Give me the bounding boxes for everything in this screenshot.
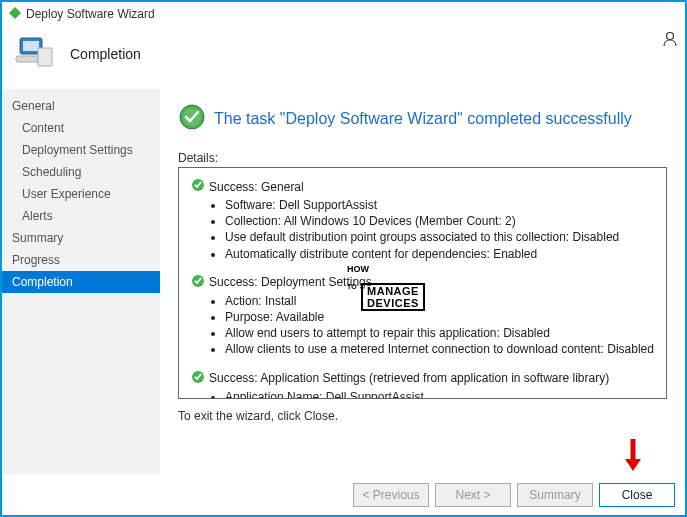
window-title: Deploy Software Wizard [26, 7, 155, 21]
bullet-item: Automatically distribute content for dep… [225, 246, 654, 262]
sidebar-item-scheduling[interactable]: Scheduling [2, 161, 160, 183]
sidebar: GeneralContentDeployment SettingsSchedul… [2, 89, 160, 474]
bullet-item: Use default distribution point groups as… [225, 229, 654, 245]
wizard-body: GeneralContentDeployment SettingsSchedul… [2, 89, 685, 474]
details-section: Success: GeneralSoftware: Dell SupportAs… [191, 178, 654, 262]
sidebar-item-deployment-settings[interactable]: Deployment Settings [2, 139, 160, 161]
section-bullets: Software: Dell SupportAssistCollection: … [191, 197, 654, 262]
check-icon [191, 178, 205, 195]
sidebar-item-general[interactable]: General [2, 95, 160, 117]
sidebar-item-progress[interactable]: Progress [2, 249, 160, 271]
check-icon [191, 370, 205, 387]
success-title: The task "Deploy Software Wizard" comple… [214, 110, 632, 128]
details-section: Success: Application Settings (retrieved… [191, 370, 654, 400]
sidebar-item-completion[interactable]: Completion [2, 271, 160, 293]
sidebar-item-user-experience[interactable]: User Experience [2, 183, 160, 205]
section-title: Success: Application Settings (retrieved… [209, 371, 609, 385]
sidebar-item-alerts[interactable]: Alerts [2, 205, 160, 227]
section-title: Success: General [209, 180, 304, 194]
svg-rect-4 [38, 48, 52, 66]
app-icon [8, 6, 22, 23]
header-title: Completion [70, 46, 141, 62]
check-icon [191, 274, 205, 291]
annotation-arrow [623, 437, 643, 475]
wizard-window: Deploy Software Wizard Completion Genera… [0, 0, 687, 517]
close-button[interactable]: Close [599, 483, 675, 507]
svg-marker-12 [625, 459, 641, 471]
bullet-item: Action: Install [225, 293, 654, 309]
exit-instruction: To exit the wizard, click Close. [178, 409, 667, 423]
next-button: Next > [435, 483, 511, 507]
details-label: Details: [178, 151, 667, 165]
button-bar: < Previous Next > Summary Close [353, 483, 675, 507]
section-header: Success: General [191, 178, 654, 195]
computer-icon [14, 34, 54, 74]
svg-marker-0 [9, 7, 21, 19]
bullet-item: Purpose: Available [225, 309, 654, 325]
bullet-item: Collection: All Windows 10 Devices (Memb… [225, 213, 654, 229]
bullet-item: Software: Dell SupportAssist [225, 197, 654, 213]
sidebar-item-content[interactable]: Content [2, 117, 160, 139]
header: Completion [2, 26, 685, 89]
sidebar-item-summary[interactable]: Summary [2, 227, 160, 249]
success-header: The task "Deploy Software Wizard" comple… [178, 103, 667, 135]
watermark: HOW TO MANAGEDEVICES [347, 265, 425, 311]
svg-rect-2 [23, 41, 39, 51]
bullet-item: Allow clients to use a metered Internet … [225, 341, 654, 357]
previous-button: < Previous [353, 483, 429, 507]
svg-point-5 [667, 33, 674, 40]
summary-button: Summary [517, 483, 593, 507]
user-icon[interactable] [661, 30, 679, 52]
bullet-item: Allow end users to attempt to repair thi… [225, 325, 654, 341]
bullet-item: Application Name: Dell SupportAssist [225, 389, 654, 400]
section-header: Success: Application Settings (retrieved… [191, 370, 654, 387]
titlebar: Deploy Software Wizard [2, 2, 685, 26]
section-bullets: Application Name: Dell SupportAssistAppl… [191, 389, 654, 400]
success-check-icon [178, 103, 206, 135]
